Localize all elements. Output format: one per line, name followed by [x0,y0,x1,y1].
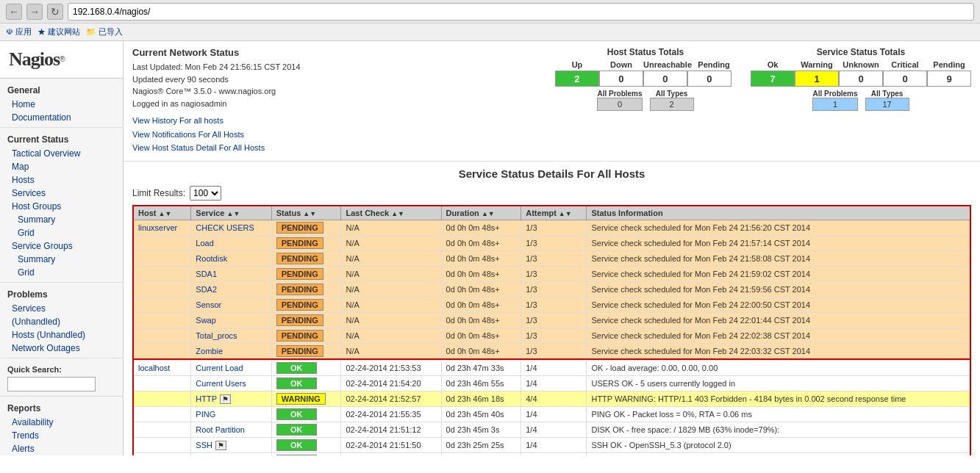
svc-unknown-count[interactable]: 0 [839,71,883,87]
svc-pending-count[interactable]: 9 [927,71,971,87]
sidebar-item-host-groups[interactable]: Host Groups [0,200,123,213]
sidebar-item-problems-unhandled[interactable]: (Unhandled) [0,315,123,328]
host-unreachable-count[interactable]: 0 [643,71,687,87]
cell-service: Current Load [191,361,271,376]
cell-info: PING OK - Packet loss = 0%, RTA = 0.06 m… [587,407,970,422]
bookmark-apps[interactable]: ☫ 应用 [6,26,32,37]
host-all-problems-value[interactable]: 0 [597,98,642,111]
cell-service: Swap [191,313,271,328]
sidebar-item-problems-services[interactable]: Services [0,302,123,315]
svc-warning-count[interactable]: 1 [795,71,839,87]
status-badge[interactable]: PENDING [276,330,323,342]
limit-select[interactable]: 100 50 25 [190,186,221,201]
sidebar-item-host-groups-summary[interactable]: Summary [0,213,123,226]
status-badge[interactable]: WARNING [276,393,326,405]
cell-status: OK [271,376,341,391]
host-link[interactable]: linuxserver [138,223,177,232]
url-bar[interactable] [68,3,974,21]
service-status-totals: Service Status Totals Ok Warning Unknown… [751,47,971,111]
status-badge[interactable]: PENDING [276,237,323,249]
service-link[interactable]: Swap [196,316,216,325]
sidebar-item-hosts-unhandled[interactable]: Hosts (Unhandled) [0,328,123,342]
svc-all-problems-value[interactable]: 1 [812,98,857,111]
cell-host [133,422,191,438]
service-link[interactable]: CHECK USERS [196,223,254,232]
sidebar-item-services[interactable]: Services [0,187,123,200]
status-badge[interactable]: PENDING [276,345,323,357]
cell-service: Current Users [191,376,271,391]
sidebar-item-documentation[interactable]: Documentation [0,111,123,124]
status-badge[interactable]: OK [276,362,317,374]
status-badge[interactable]: OK [276,424,317,436]
sidebar-item-tactical-overview[interactable]: Tactical Overview [0,147,123,160]
sidebar-item-hosts[interactable]: Hosts [0,173,123,187]
service-flag-icon: ⚑ [215,441,226,450]
sidebar-item-service-groups[interactable]: Service Groups [0,239,123,253]
host-col-unreachable: Unreachable [643,60,692,69]
status-badge[interactable]: OK [276,439,317,451]
search-input[interactable] [7,377,96,391]
service-link[interactable]: Root Partition [196,425,245,434]
link-host-status-detail[interactable]: View Host Status Detail For All Hosts [132,141,555,155]
status-badge[interactable]: PENDING [276,222,323,234]
status-badge[interactable]: PENDING [276,284,323,295]
sidebar-item-host-groups-grid[interactable]: Grid [0,226,123,239]
status-badge[interactable]: PENDING [276,253,323,264]
sidebar-item-alerts[interactable]: Alerts [0,442,123,455]
cell-info: Service check scheduled for Mon Feb 24 2… [587,344,970,360]
service-link[interactable]: Zombie [196,347,223,355]
service-link[interactable]: HTTP [196,394,217,403]
browser-bar: ← → ↻ [0,0,980,24]
service-link[interactable]: Load [196,239,213,248]
cell-host [133,251,191,267]
refresh-button[interactable]: ↻ [47,4,63,20]
host-link[interactable]: localhost [138,364,170,372]
host-pending-count[interactable]: 0 [687,71,732,87]
status-badge[interactable]: PENDING [276,314,323,326]
table-row: SwapPENDINGN/A0d 0h 0m 48s+1/3Service ch… [133,313,970,328]
service-link[interactable]: Current Users [196,379,246,388]
status-badge[interactable]: OK [276,378,317,389]
cell-last-check: N/A [341,267,441,282]
svc-all-types-value[interactable]: 17 [865,98,909,111]
service-link[interactable]: Total_procs [196,331,237,340]
table-header: Host ▲▼ Service ▲▼ Status ▲▼ Last Check … [133,206,970,220]
service-link[interactable]: SDA1 [196,270,217,278]
service-link[interactable]: PING [196,410,215,419]
back-button[interactable]: ← [6,4,22,20]
status-badge[interactable]: OK [276,455,317,455]
forward-button[interactable]: → [26,4,43,20]
status-badge[interactable]: PENDING [276,299,323,311]
sidebar-item-map[interactable]: Map [0,160,123,173]
cell-attempt: 1/3 [521,236,587,251]
service-link[interactable]: Sensor [196,300,221,309]
svc-ok-count[interactable]: 7 [751,71,795,87]
svc-critical-count[interactable]: 0 [883,71,927,87]
bookmark-suggested[interactable]: ★ 建议网站 [37,26,80,37]
service-link[interactable]: SSH [196,441,212,449]
host-all-types-value[interactable]: 2 [650,98,694,111]
service-link[interactable]: Rootdisk [196,254,227,263]
service-link[interactable]: Current Load [196,364,243,372]
cell-info: SSH OK - OpenSSH_5.3 (protocol 2.0) [587,438,970,453]
sidebar-section-reports: Reports Availability Trends Alerts Histo… [0,397,123,455]
cell-duration: 0d 23h 43m 48s [441,453,521,455]
link-history[interactable]: View History For all hosts [132,114,555,128]
service-details-section: Service Status Details For All Hosts Lim… [124,162,980,455]
link-notifications[interactable]: View Notifications For All Hosts [132,128,555,142]
host-down-count[interactable]: 0 [599,71,643,87]
sidebar-item-service-groups-grid[interactable]: Grid [0,266,123,279]
table-row: Current UsersOK02-24-2014 21:54:200d 23h… [133,376,970,391]
host-up-count[interactable]: 2 [555,71,599,87]
status-badge[interactable]: OK [276,408,317,420]
sidebar-item-availability[interactable]: Availability [0,416,123,429]
bookmark-imported[interactable]: 📁 已导入 [86,26,123,37]
version-info: Nagios® Core™ 3.5.0 - www.nagios.org [132,85,555,98]
sidebar-item-service-groups-summary[interactable]: Summary [0,253,123,266]
sidebar-item-home[interactable]: Home [0,98,123,111]
cell-status: PENDING [271,236,341,251]
sidebar-item-trends[interactable]: Trends [0,429,123,442]
sidebar-item-network-outages[interactable]: Network Outages [0,342,123,355]
status-badge[interactable]: PENDING [276,268,323,280]
service-link[interactable]: SDA2 [196,285,217,294]
